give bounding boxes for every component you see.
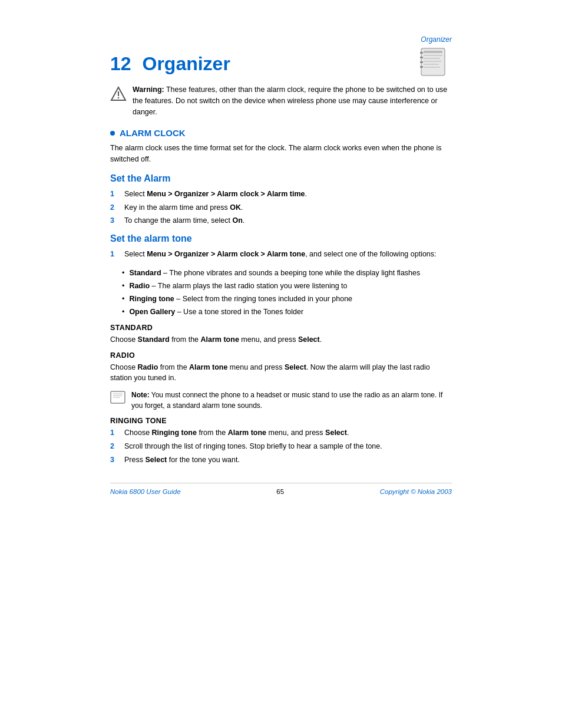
alarm-clock-desc: The alarm clock uses the time format set…: [110, 143, 452, 165]
standard-heading: STANDARD: [110, 324, 452, 332]
svg-rect-3: [424, 58, 440, 59]
svg-rect-2: [424, 55, 442, 56]
set-alarm-tone-section: Set the alarm tone 1 Select Menu > Organ…: [110, 233, 452, 318]
svg-rect-1: [424, 51, 442, 53]
step-3-text: To change the alarm time, select On.: [124, 215, 244, 226]
set-alarm-list: 1 Select Menu > Organizer > Alarm clock …: [110, 189, 452, 226]
note-text: Note: You must connect the phone to a he…: [131, 390, 452, 411]
page: Organizer 12 Organizer: [0, 0, 562, 728]
chapter-title: Organizer: [142, 53, 230, 74]
radio-section: RADIO Choose Radio from the Alarm tone m…: [110, 351, 452, 411]
footer-right: Copyright © Nokia 2003: [380, 488, 452, 495]
ringing-step-num-3: 3: [110, 454, 118, 466]
warning-box: Warning: These features, other than the …: [110, 84, 452, 117]
tone-step-1-text: Select Menu > Organizer > Alarm clock > …: [124, 249, 437, 260]
set-alarm-section: Set the Alarm 1 Select Menu > Organizer …: [110, 173, 452, 226]
ringing-tone-list: 1 Choose Ringing tone from the Alarm ton…: [110, 427, 452, 465]
tone-option-gallery-text: Open Gallery – Use a tone stored in the …: [129, 306, 303, 318]
alarm-clock-section: ALARM CLOCK The alarm clock uses the tim…: [110, 128, 452, 165]
step-num-2: 2: [110, 202, 118, 213]
alarm-clock-title: ALARM CLOCK: [110, 128, 452, 138]
step-num-1: 1: [110, 189, 118, 200]
ringing-tone-heading: RINGING TONE: [110, 417, 452, 425]
tone-option-standard-text: Standard – The phone vibrates and sounds…: [129, 267, 420, 279]
svg-rect-5: [424, 64, 439, 65]
tone-option-ringing: Ringing tone – Select from the ringing t…: [122, 293, 452, 305]
svg-rect-4: [424, 61, 441, 62]
chapter-icon: [416, 47, 452, 78]
chapter-header: 12 Organizer: [110, 53, 452, 75]
step-1-text: Select Menu > Organizer > Alarm clock > …: [124, 189, 307, 200]
radio-text: Choose Radio from the Alarm tone menu an…: [110, 362, 452, 384]
svg-rect-10: [420, 66, 423, 68]
bullet-dot: [110, 131, 115, 136]
set-alarm-step-2: 2 Key in the alarm time and press OK.: [110, 202, 452, 213]
svg-rect-8: [420, 57, 423, 58]
tone-option-standard: Standard – The phone vibrates and sounds…: [122, 267, 452, 279]
ringing-step-3-text: Press Select for the tone you want.: [124, 454, 240, 466]
tone-option-ringing-text: Ringing tone – Select from the ringing t…: [129, 293, 352, 305]
warning-body: These features, other than the alarm clo…: [133, 85, 447, 116]
svg-rect-9: [420, 61, 423, 63]
warning-bold: Warning:: [133, 85, 164, 94]
chapter-number: 12: [110, 53, 131, 74]
ringing-tone-section: RINGING TONE 1 Choose Ringing tone from …: [110, 417, 452, 465]
set-alarm-heading: Set the Alarm: [110, 173, 452, 184]
tone-option-gallery: Open Gallery – Use a tone stored in the …: [122, 306, 452, 318]
footer-left: Nokia 6800 User Guide: [110, 488, 181, 495]
set-alarm-step-1: 1 Select Menu > Organizer > Alarm clock …: [110, 189, 452, 200]
footer-center: 65: [276, 488, 284, 495]
set-alarm-tone-list: 1 Select Menu > Organizer > Alarm clock …: [110, 249, 452, 260]
set-alarm-step-3: 3 To change the alarm time, select On.: [110, 215, 452, 226]
standard-text: Choose Standard from the Alarm tone menu…: [110, 334, 452, 345]
ringing-step-2: 2 Scroll through the list of ringing ton…: [110, 441, 452, 452]
alarm-clock-label: ALARM CLOCK: [120, 128, 186, 138]
ringing-step-1: 1 Choose Ringing tone from the Alarm ton…: [110, 427, 452, 439]
tone-options-list: Standard – The phone vibrates and sounds…: [122, 267, 452, 318]
svg-rect-7: [420, 52, 423, 54]
set-alarm-tone-heading: Set the alarm tone: [110, 233, 452, 244]
tone-option-radio-text: Radio – The alarm plays the last radio s…: [129, 280, 347, 292]
tone-step-1: 1 Select Menu > Organizer > Alarm clock …: [110, 249, 452, 260]
svg-point-13: [118, 97, 119, 98]
tone-option-radio: Radio – The alarm plays the last radio s…: [122, 280, 452, 292]
tone-step-num-1: 1: [110, 249, 118, 260]
chapter-heading: 12 Organizer: [110, 53, 452, 75]
ringing-step-1-text: Choose Ringing tone from the Alarm tone …: [124, 427, 349, 439]
warning-text: Warning: These features, other than the …: [133, 84, 452, 117]
ringing-step-2-text: Scroll through the list of ringing tones…: [124, 441, 382, 452]
ringing-step-num-2: 2: [110, 441, 118, 452]
note-icon: [110, 391, 125, 404]
step-2-text: Key in the alarm time and press OK.: [124, 202, 243, 213]
organizer-top-label: Organizer: [421, 35, 452, 44]
svg-rect-6: [424, 67, 440, 68]
ringing-step-num-1: 1: [110, 427, 118, 439]
note-box: Note: You must connect the phone to a he…: [110, 390, 452, 411]
footer: Nokia 6800 User Guide 65 Copyright © Nok…: [110, 483, 452, 495]
step-num-3: 3: [110, 215, 118, 226]
content: Organizer 12 Organizer: [75, 0, 487, 519]
standard-section: STANDARD Choose Standard from the Alarm …: [110, 324, 452, 345]
ringing-step-3: 3 Press Select for the tone you want.: [110, 454, 452, 466]
warning-icon: [110, 85, 127, 102]
radio-heading: RADIO: [110, 351, 452, 360]
